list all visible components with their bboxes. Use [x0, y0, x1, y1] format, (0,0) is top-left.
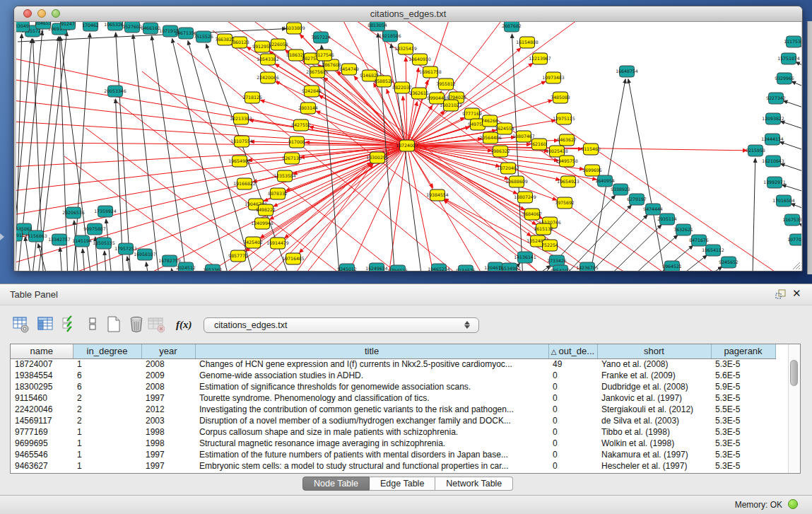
- table-cell[interactable]: 0: [548, 381, 597, 392]
- table-cell[interactable]: 1: [73, 460, 141, 472]
- table-cell[interactable]: Corpus callosum shape and size in male p…: [195, 426, 548, 438]
- table-cell[interactable]: Genome-wide association studies in ADHD.: [195, 370, 548, 381]
- table-cell[interactable]: 2: [73, 392, 141, 404]
- table-cell[interactable]: Stergiakouli et al. (2012): [597, 404, 711, 415]
- table-cell[interactable]: 0: [548, 449, 597, 460]
- column-header-short[interactable]: short: [597, 344, 711, 358]
- column-header-name[interactable]: name: [11, 344, 73, 358]
- table-cell[interactable]: 2008: [141, 381, 195, 392]
- table-row[interactable]: 1830029562008Estimation of significance …: [11, 381, 775, 392]
- tab-edge-table[interactable]: Edge Table: [370, 477, 435, 491]
- table-row[interactable]: 2242004622012Investigating the contribut…: [11, 404, 775, 415]
- minimize-window-icon[interactable]: [37, 9, 46, 18]
- table-cell[interactable]: 14569117: [11, 415, 73, 426]
- table-row[interactable]: 969969511998Structural magnetic resonanc…: [11, 438, 775, 449]
- select-columns-icon[interactable]: [37, 315, 54, 334]
- table-cell[interactable]: 2012: [141, 404, 195, 415]
- table-cell[interactable]: 9465546: [11, 449, 73, 460]
- table-cell[interactable]: 1998: [141, 438, 195, 449]
- column-header-out_de[interactable]: △out_de...: [548, 344, 597, 358]
- table-cell[interactable]: 5.3E-5: [711, 460, 775, 472]
- table-cell[interactable]: Tibbo et al. (1998): [597, 426, 711, 438]
- table-cell[interactable]: 2: [73, 415, 141, 426]
- function-builder-icon[interactable]: f(x): [176, 315, 193, 334]
- panel-collapse-handle-icon[interactable]: [0, 233, 4, 240]
- table-cell[interactable]: 1998: [141, 426, 195, 438]
- table-cell[interactable]: 5.3E-5: [711, 438, 775, 449]
- table-cell[interactable]: 2008: [141, 358, 195, 370]
- table-cell[interactable]: 1997: [141, 449, 195, 460]
- table-cell[interactable]: 5.6E-5: [711, 370, 775, 381]
- table-vertical-scrollbar[interactable]: [788, 344, 800, 473]
- column-header-pagerank[interactable]: pagerank: [711, 344, 775, 358]
- table-cell[interactable]: 2: [73, 404, 141, 415]
- window-titlebar[interactable]: citations_edges.txt: [14, 6, 802, 22]
- table-cell[interactable]: Jankovic et al. (1997): [597, 392, 711, 404]
- tab-node-table[interactable]: Node Table: [302, 477, 370, 491]
- table-cell[interactable]: 0: [548, 438, 597, 449]
- table-cell[interactable]: 2003: [141, 415, 195, 426]
- table-cell[interactable]: 0: [548, 370, 597, 381]
- table-cell[interactable]: Changes of HCN gene expression and I(f) …: [195, 358, 548, 370]
- table-cell[interactable]: Franke et al. (2009): [597, 370, 711, 381]
- table-cell[interactable]: 0: [548, 404, 597, 415]
- memory-status-indicator[interactable]: [788, 499, 798, 509]
- deselect-rows-icon[interactable]: [86, 315, 102, 334]
- table-cell[interactable]: 9777169: [11, 426, 73, 438]
- column-header-in_degree[interactable]: in_degree: [73, 344, 141, 358]
- delete-entries-icon[interactable]: [129, 315, 146, 334]
- table-cell[interactable]: 9699695: [11, 438, 73, 449]
- table-cell[interactable]: 49: [548, 358, 597, 370]
- table-cell[interactable]: 1: [73, 449, 141, 460]
- table-cell[interactable]: Structural magnetic resonance image aver…: [195, 438, 548, 449]
- table-cell[interactable]: 9115460: [11, 392, 73, 404]
- table-cell[interactable]: 5.3E-5: [711, 358, 775, 370]
- table-cell[interactable]: 5.3E-5: [711, 449, 775, 460]
- select-all-rows-icon[interactable]: [61, 315, 78, 334]
- table-cell[interactable]: Yano et al. (2008): [597, 358, 711, 370]
- table-cell[interactable]: 19384554: [11, 370, 73, 381]
- table-cell[interactable]: Wolkin et al. (1998): [597, 438, 711, 449]
- table-row[interactable]: 946362711997Embryonic stem cells: a mode…: [11, 460, 775, 472]
- table-cell[interactable]: 0: [548, 460, 597, 472]
- table-cell[interactable]: 5.3E-5: [711, 426, 775, 438]
- table-cell[interactable]: 6: [73, 381, 141, 392]
- column-header-year[interactable]: year: [141, 344, 195, 358]
- table-cell[interactable]: 0: [548, 392, 597, 404]
- table-cell[interactable]: 5.3E-5: [711, 415, 775, 426]
- table-row[interactable]: 1938455462009Genome-wide association stu…: [11, 370, 775, 381]
- column-header-title[interactable]: title: [195, 344, 548, 358]
- resize-grip-icon[interactable]: [791, 260, 801, 270]
- network-canvas[interactable]: 1872400722420046924284828031448427552917…: [16, 22, 801, 271]
- table-cell[interactable]: Dudbridge et al. (2008): [597, 381, 711, 392]
- table-cell[interactable]: Investigating the contribution of common…: [195, 404, 548, 415]
- table-cell[interactable]: 0: [548, 426, 597, 438]
- table-cell[interactable]: 9463627: [11, 460, 73, 472]
- new-object-icon[interactable]: [106, 315, 123, 334]
- close-window-icon[interactable]: [23, 9, 32, 18]
- table-cell[interactable]: Estimation of the future numbers of pati…: [195, 449, 548, 460]
- table-cell[interactable]: 0: [548, 415, 597, 426]
- zoom-window-icon[interactable]: [52, 9, 60, 18]
- table-cell[interactable]: 2009: [141, 370, 195, 381]
- close-panel-icon[interactable]: ✕: [792, 287, 801, 300]
- table-cell[interactable]: Disruption of a novel member of a sodium…: [195, 415, 548, 426]
- table-cell[interactable]: 5.5E-5: [711, 404, 775, 415]
- table-row[interactable]: 946554611997Estimation of the future num…: [11, 449, 775, 460]
- table-settings-icon[interactable]: [13, 315, 30, 334]
- table-cell[interactable]: Estimation of significance thresholds fo…: [195, 381, 548, 392]
- table-cell[interactable]: de Silva et al. (2003): [597, 415, 711, 426]
- table-cell[interactable]: 5.3E-5: [711, 392, 775, 404]
- table-cell[interactable]: 6: [73, 370, 141, 381]
- table-cell[interactable]: 1997: [141, 392, 195, 404]
- table-cell[interactable]: Tourette syndrome. Phenomenology and cla…: [195, 392, 548, 404]
- table-cell[interactable]: 22420046: [11, 404, 73, 415]
- table-cell[interactable]: Hescheler et al. (1997): [597, 460, 711, 472]
- table-selector-dropdown[interactable]: citations_edges.txt: [204, 317, 479, 333]
- scrollbar-thumb[interactable]: [790, 360, 798, 386]
- table-row[interactable]: 1872400712008Changes of HCN gene express…: [11, 358, 775, 370]
- table-cell[interactable]: 18724007: [11, 358, 73, 370]
- table-cell[interactable]: 5.9E-5: [711, 381, 775, 392]
- table-cell[interactable]: Nakamura et al. (1997): [597, 449, 711, 460]
- float-panel-icon[interactable]: [775, 288, 787, 300]
